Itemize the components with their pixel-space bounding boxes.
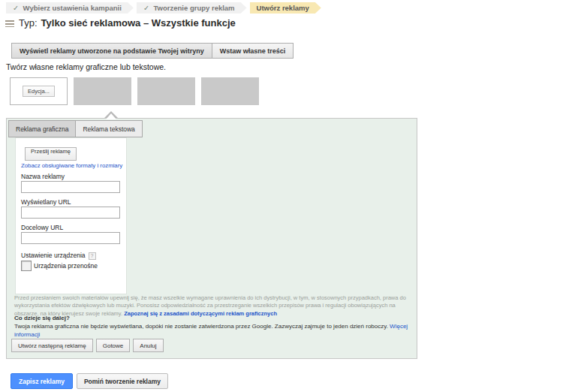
campaign-type-icon [5, 20, 14, 27]
approval-text: Twoja reklama graficzna nie będzie wyświ… [14, 323, 390, 330]
upload-ad-button[interactable]: Prześlij reklamę [25, 147, 77, 161]
ad-thumbnail-placeholder[interactable] [201, 77, 259, 105]
ad-source-toggle: Wyświetl reklamy utworzone na podstawie … [11, 43, 294, 59]
breadcrumb-step-ad-group[interactable]: ✓ Tworzenie grupy reklam [137, 2, 247, 14]
image-ad-form: Prześlij reklamę Zobacz obsługiwane form… [16, 138, 126, 294]
cancel-button[interactable]: Anuluj [133, 339, 163, 352]
supported-formats-link[interactable]: Zobacz obsługiwane formaty i rozmiary [21, 162, 122, 169]
breadcrumb-step-label: Tworzenie grupy reklam [154, 4, 235, 12]
adwords-create-ads-page: ✓ Wybierz ustawienia kampanii ✓ Tworzeni… [0, 0, 569, 392]
skip-ad-creation-button[interactable]: Pomiń tworzenie reklamy [77, 373, 168, 389]
ad-thumbnail-placeholder[interactable] [137, 77, 195, 105]
type-label: Typ: [19, 17, 38, 29]
destination-url-input[interactable] [21, 232, 120, 244]
mobile-devices-checkbox[interactable] [21, 261, 32, 271]
intro-text: Twórz własne reklamy graficzne lub tekst… [6, 62, 166, 71]
panel-actions: Utwórz następną reklamę Gotowe Anuluj [11, 339, 164, 352]
mobile-devices-label: Urządzenia przenośne [34, 262, 98, 270]
breadcrumb-step-label: Utwórz reklamy [257, 4, 309, 12]
breadcrumb: ✓ Wybierz ustawienia kampanii ✓ Tworzeni… [6, 2, 321, 14]
insert-own-content-button[interactable]: Wstaw własne treści [212, 43, 294, 59]
breadcrumb-step-create-ads[interactable]: Utwórz reklamy [250, 2, 321, 14]
check-icon: ✓ [143, 4, 149, 12]
display-url-label: Wyświetlany URL [21, 198, 71, 206]
image-ad-policies-link[interactable]: Zapoznaj się z zasadami dotyczącymi rekl… [124, 310, 277, 317]
panel-caret-icon [106, 113, 116, 119]
tab-text-ad[interactable]: Reklama tekstowa [75, 120, 142, 137]
create-next-ad-button[interactable]: Utwórz następną reklamę [11, 339, 93, 352]
view-generated-ads-button[interactable]: Wyświetl reklamy utworzone na podstawie … [11, 43, 212, 59]
rights-disclaimer: Przed przesłaniem swoich materiałów upew… [14, 294, 414, 318]
display-url-input[interactable] [21, 207, 120, 219]
page-title: Typ: Tylko sieć reklamowa – Wszystkie fu… [5, 17, 236, 29]
check-icon: ✓ [13, 4, 19, 12]
what-next-heading: Co dzieje się dalej? [14, 315, 70, 321]
help-icon[interactable]: ? [89, 252, 96, 260]
footer-actions: Zapisz reklamy Pomiń tworzenie reklamy [11, 373, 168, 389]
ad-name-input[interactable] [21, 181, 120, 193]
ad-type-tabs: Reklama graficzna Reklama tekstowa [8, 120, 143, 137]
tab-image-ad[interactable]: Reklama graficzna [8, 120, 76, 137]
save-ads-button[interactable]: Zapisz reklamy [11, 373, 73, 389]
device-setting-label: Ustawienie urządzenia? [21, 252, 96, 260]
edit-ad-button[interactable]: Edycja... [23, 86, 55, 97]
breadcrumb-step-label: Wybierz ustawienia kampanii [23, 4, 122, 12]
ad-name-label: Nazwa reklamy [21, 173, 65, 180]
ad-thumbnail-current[interactable]: Edycja... [10, 77, 68, 105]
device-setting-text: Ustawienie urządzenia [21, 252, 86, 259]
ad-editor-panel: Reklama graficzna Reklama tekstowa Prześ… [6, 118, 417, 359]
done-button[interactable]: Gotowe [96, 339, 131, 352]
destination-url-label: Docelowy URL [21, 224, 63, 231]
what-next-text: Twoja reklama graficzna nie będzie wyświ… [14, 322, 414, 339]
ad-thumbnail-placeholder[interactable] [74, 77, 131, 105]
type-value: Tylko sieć reklamowa – Wszystkie funkcje [41, 17, 236, 29]
breadcrumb-step-campaign-settings[interactable]: ✓ Wybierz ustawienia kampanii [6, 2, 134, 14]
